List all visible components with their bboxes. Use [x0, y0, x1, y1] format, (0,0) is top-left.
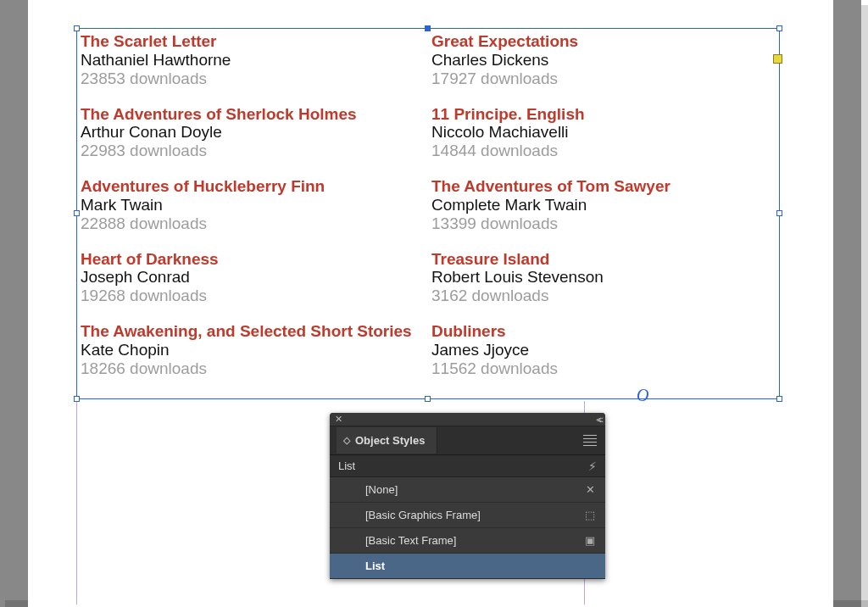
sort-icon: ◇	[343, 435, 350, 446]
book-downloads: 18266 downloads	[81, 359, 428, 378]
book-entry: Adventures of Huckleberry FinnMark Twain…	[81, 177, 428, 233]
book-entry: Treasure IslandRobert Louis Stevenson316…	[431, 250, 779, 306]
book-author: Robert Louis Stevenson	[431, 268, 779, 287]
book-title: Heart of Darkness	[81, 250, 428, 269]
panel-tab-bar: ◇ Object Styles	[330, 426, 605, 455]
filter-label: List	[338, 459, 355, 472]
book-downloads: 22888 downloads	[81, 214, 428, 233]
pasteboard-left	[0, 0, 28, 607]
book-entry: Great ExpectationsCharles Dickens17927 d…	[431, 32, 779, 88]
panel-menu-icon[interactable]	[583, 435, 597, 446]
book-entry: DublinersJames Jjoyce11562 downloads	[431, 322, 779, 378]
style-label: List	[365, 560, 583, 572]
object-style-row[interactable]: [Basic Text Frame]▣	[330, 528, 605, 554]
book-downloads: 14844 downloads	[431, 142, 779, 160]
overset-text-icon[interactable]: O	[637, 386, 648, 405]
panel-filter-row[interactable]: List ⚡︎	[330, 455, 605, 477]
panel-title-bar[interactable]: ✕ <<	[330, 413, 605, 426]
book-entry: The Scarlet LetterNathaniel Hawthorne238…	[81, 32, 428, 88]
window-shadow-right	[861, 5, 868, 607]
book-author: James Jjoyce	[431, 341, 779, 359]
close-icon[interactable]: ✕	[335, 414, 342, 425]
book-downloads: 13399 downloads	[431, 214, 779, 233]
book-title: 11 Principe. English	[431, 105, 779, 124]
book-title: The Adventures of Tom Sawyer	[431, 177, 779, 196]
object-styles-panel[interactable]: ✕ << ◇ Object Styles List ⚡︎ [None]✕[Bas…	[330, 413, 605, 579]
book-author: Joseph Conrad	[81, 268, 428, 287]
book-author: Arthur Conan Doyle	[81, 123, 428, 142]
object-style-row[interactable]: [None]✕	[330, 477, 605, 503]
book-title: Treasure Island	[431, 250, 779, 269]
selection-handle[interactable]	[425, 25, 431, 31]
book-entry: Heart of DarknessJoseph Conrad19268 down…	[81, 250, 428, 306]
book-entry: 11 Principe. EnglishNiccolo Machiavelli1…	[431, 105, 779, 161]
tab-label: Object Styles	[355, 434, 425, 447]
book-title: The Scarlet Letter	[81, 32, 428, 51]
style-type-icon: ▣	[583, 534, 597, 547]
style-label: [Basic Text Frame]	[365, 534, 583, 547]
object-style-row[interactable]: [Basic Graphics Frame]⬚	[330, 503, 605, 528]
style-label: [None]	[365, 483, 583, 496]
style-list: [None]✕[Basic Graphics Frame]⬚[Basic Tex…	[330, 477, 605, 579]
pasteboard-right	[833, 0, 861, 607]
book-author: Nathaniel Hawthorne	[81, 51, 428, 70]
selection-handle[interactable]	[74, 210, 80, 216]
book-author: Kate Chopin	[81, 341, 428, 359]
book-downloads: 17927 downloads	[431, 70, 779, 88]
object-style-row[interactable]: List	[330, 554, 605, 579]
book-downloads: 22983 downloads	[81, 142, 428, 160]
book-downloads: 23853 downloads	[81, 70, 428, 88]
document-page[interactable]: The Scarlet LetterNathaniel Hawthorne238…	[28, 0, 833, 607]
book-title: Adventures of Huckleberry Finn	[81, 177, 428, 196]
text-column-left: The Scarlet LetterNathaniel Hawthorne238…	[77, 29, 428, 398]
book-entry: The Awakening, and Selected Short Storie…	[81, 322, 428, 378]
selection-handle[interactable]	[74, 396, 80, 402]
book-title: The Awakening, and Selected Short Storie…	[81, 322, 428, 341]
quick-apply-icon[interactable]: ⚡︎	[588, 459, 597, 473]
selected-text-frame[interactable]: The Scarlet LetterNathaniel Hawthorne238…	[76, 28, 780, 399]
content-grabber-indicator[interactable]	[773, 54, 782, 64]
book-author: Charles Dickens	[431, 51, 779, 70]
book-downloads: 3162 downloads	[431, 287, 779, 305]
book-author: Niccolo Machiavelli	[431, 123, 779, 142]
selection-handle[interactable]	[776, 25, 782, 31]
book-title: Dubliners	[431, 322, 779, 341]
selection-handle[interactable]	[776, 396, 782, 402]
selection-handle[interactable]	[74, 25, 80, 31]
book-downloads: 11562 downloads	[431, 359, 779, 378]
collapse-icon[interactable]: <<	[596, 415, 600, 425]
book-entry: The Adventures of Sherlock HolmesArthur …	[81, 105, 428, 161]
tab-object-styles[interactable]: ◇ Object Styles	[337, 427, 437, 454]
book-title: The Adventures of Sherlock Holmes	[81, 105, 428, 124]
book-entry: The Adventures of Tom SawyerComplete Mar…	[431, 177, 779, 233]
style-type-icon: ⬚	[583, 509, 597, 521]
text-column-right: Great ExpectationsCharles Dickens17927 d…	[428, 29, 779, 398]
book-title: Great Expectations	[431, 32, 779, 51]
book-downloads: 19268 downloads	[81, 287, 428, 305]
style-label: [Basic Graphics Frame]	[365, 509, 583, 521]
selection-handle[interactable]	[425, 396, 431, 402]
book-author: Mark Twain	[81, 196, 428, 214]
book-author: Complete Mark Twain	[431, 196, 779, 214]
selection-handle[interactable]	[776, 210, 782, 216]
style-type-icon: ✕	[583, 483, 597, 496]
